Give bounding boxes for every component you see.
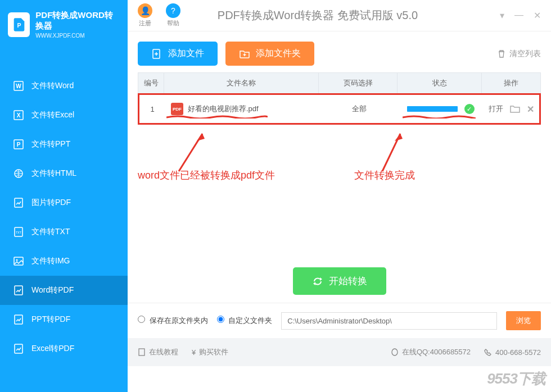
clear-list-button[interactable]: 清空列表 bbox=[497, 49, 541, 59]
svg-point-12 bbox=[16, 259, 18, 261]
clear-list-label: 清空列表 bbox=[509, 49, 541, 59]
svg-text:TXT: TXT bbox=[16, 231, 21, 234]
globe-icon bbox=[13, 168, 24, 179]
sidebar-item-label: 文件转HTML bbox=[31, 168, 76, 179]
sidebar-item-label: Excel转PDF bbox=[31, 344, 74, 354]
watermark: 9553下载 bbox=[487, 369, 545, 389]
sidebar-item-img[interactable]: 文件转IMG bbox=[0, 247, 128, 276]
svg-marker-20 bbox=[395, 134, 403, 141]
image-icon bbox=[13, 256, 24, 266]
svg-text:P: P bbox=[17, 142, 21, 148]
sidebar: P PDF转换成WORD转换器 WWW.XJPDF.COM W文件转Word X… bbox=[0, 0, 128, 392]
sidebar-item-txt[interactable]: TXT文件转TXT bbox=[0, 217, 128, 247]
remove-icon[interactable]: ✕ bbox=[527, 104, 534, 115]
dropdown-icon[interactable]: ▾ bbox=[500, 10, 504, 21]
folder-icon[interactable] bbox=[510, 105, 520, 113]
logo-icon: P bbox=[8, 12, 30, 37]
sidebar-item-label: 文件转Word bbox=[31, 81, 74, 91]
svg-marker-22 bbox=[313, 282, 315, 285]
qq-icon bbox=[391, 348, 399, 356]
start-convert-button[interactable]: 开始转换 bbox=[293, 267, 386, 295]
progress-bar bbox=[407, 106, 458, 112]
save-path-input[interactable] bbox=[281, 312, 497, 330]
pdf-icon bbox=[13, 285, 24, 295]
phone-info[interactable]: 400-668-5572 bbox=[484, 348, 541, 357]
ppt-icon: P bbox=[13, 139, 24, 149]
file-table: 编号 文件名称 页码选择 状态 操作 1 PDF 好看的电视剧推荐.pdf 全部… bbox=[138, 72, 541, 125]
add-folder-label: 添加文件夹 bbox=[256, 48, 301, 60]
logo-title: PDF转换成WORD转换器 bbox=[35, 10, 120, 31]
buy-link[interactable]: ¥ 购买软件 bbox=[192, 347, 228, 357]
svg-text:X: X bbox=[17, 112, 21, 118]
cell-idx: 1 bbox=[139, 105, 165, 113]
annotation-right: 文件转换完成 bbox=[354, 168, 415, 182]
save-row: 保存在原文件夹内 自定义文件夹 浏览 bbox=[128, 303, 551, 338]
sidebar-item-excel[interactable]: X文件转Excel bbox=[0, 101, 128, 130]
sidebar-item-label: 文件转TXT bbox=[31, 227, 70, 237]
close-icon[interactable]: ✕ bbox=[534, 10, 541, 21]
cell-page[interactable]: 全部 bbox=[320, 104, 399, 114]
cell-filename: 好看的电视剧推荐.pdf bbox=[188, 104, 259, 114]
tutorial-link[interactable]: 在线教程 bbox=[138, 347, 178, 357]
add-file-button[interactable]: 添加文件 bbox=[138, 42, 218, 66]
svg-line-17 bbox=[179, 134, 202, 171]
svg-marker-21 bbox=[320, 277, 322, 281]
sidebar-item-excel2pdf[interactable]: Excel转PDF bbox=[0, 334, 128, 363]
sidebar-item-word[interactable]: W文件转Word bbox=[0, 71, 128, 101]
svg-text:P: P bbox=[17, 21, 21, 28]
trash-icon bbox=[497, 49, 506, 58]
yen-icon: ¥ bbox=[192, 348, 196, 357]
sidebar-item-html[interactable]: 文件转HTML bbox=[0, 159, 128, 188]
header-action: 操作 bbox=[482, 73, 540, 93]
add-folder-button[interactable]: 添加文件夹 bbox=[225, 42, 314, 66]
annotation-arrow bbox=[174, 131, 208, 176]
sidebar-item-ppt[interactable]: P文件转PPT bbox=[0, 130, 128, 159]
sidebar-item-label: Word转PDF bbox=[31, 285, 74, 295]
save-custom-radio[interactable]: 自定义文件夹 bbox=[217, 316, 273, 326]
logo: P PDF转换成WORD转换器 WWW.XJPDF.COM bbox=[0, 0, 128, 49]
svg-point-24 bbox=[392, 349, 398, 355]
annotation-left: word文件已经被转换成pdf文件 bbox=[138, 168, 275, 182]
annotation-arrow bbox=[378, 131, 406, 176]
pdf-icon bbox=[13, 344, 24, 354]
txt-icon: TXT bbox=[13, 227, 24, 237]
sidebar-item-img2pdf[interactable]: 图片转PDF bbox=[0, 188, 128, 217]
footer: 在线教程 ¥ 购买软件 在线QQ:4006685572 400-668-5572 bbox=[128, 338, 551, 366]
pdf-icon bbox=[13, 314, 24, 325]
sidebar-item-label: PPT转PDF bbox=[31, 314, 70, 325]
book-icon bbox=[138, 348, 146, 356]
minimize-icon[interactable]: — bbox=[514, 10, 523, 21]
browse-button[interactable]: 浏览 bbox=[506, 311, 541, 330]
sidebar-item-ppt2pdf[interactable]: PPT转PDF bbox=[0, 305, 128, 334]
svg-line-19 bbox=[382, 134, 400, 171]
header-page: 页码选择 bbox=[319, 73, 398, 93]
folder-plus-icon bbox=[239, 48, 250, 60]
excel-icon: X bbox=[13, 110, 24, 120]
word-icon: W bbox=[13, 81, 24, 91]
file-plus-icon bbox=[151, 48, 162, 60]
sidebar-item-label: 图片转PDF bbox=[31, 198, 71, 208]
window-controls: ▾ — ✕ bbox=[500, 10, 541, 21]
window-title: PDF转换成Word转换器 免费试用版 v5.0 bbox=[149, 8, 486, 23]
add-file-label: 添加文件 bbox=[168, 48, 204, 60]
svg-marker-18 bbox=[197, 134, 205, 141]
pdf-icon bbox=[13, 198, 24, 208]
header-name: 文件名称 bbox=[164, 73, 319, 93]
phone-icon bbox=[484, 348, 492, 356]
sidebar-item-word2pdf[interactable]: Word转PDF bbox=[0, 276, 128, 305]
cell-status: ✓ bbox=[399, 104, 483, 114]
sidebar-item-label: 文件转IMG bbox=[31, 256, 70, 266]
qq-info[interactable]: 在线QQ:4006685572 bbox=[391, 347, 471, 357]
table-row[interactable]: 1 PDF 好看的电视剧推荐.pdf 全部 ✓ 打开 ✕ bbox=[139, 95, 539, 123]
header-idx: 编号 bbox=[138, 73, 164, 93]
header-status: 状态 bbox=[398, 73, 482, 93]
table-header: 编号 文件名称 页码选择 状态 操作 bbox=[138, 72, 541, 94]
nav: W文件转Word X文件转Excel P文件转PPT 文件转HTML 图片转PD… bbox=[0, 49, 128, 392]
highlighted-row-border: 1 PDF 好看的电视剧推荐.pdf 全部 ✓ 打开 ✕ bbox=[138, 93, 541, 125]
check-icon: ✓ bbox=[464, 104, 475, 114]
toolbar: 添加文件 添加文件夹 清空列表 bbox=[128, 31, 551, 72]
save-in-source-radio[interactable]: 保存在原文件夹内 bbox=[138, 316, 208, 326]
sidebar-item-label: 文件转Excel bbox=[31, 110, 74, 120]
open-link[interactable]: 打开 bbox=[489, 104, 503, 114]
svg-text:W: W bbox=[16, 83, 21, 89]
